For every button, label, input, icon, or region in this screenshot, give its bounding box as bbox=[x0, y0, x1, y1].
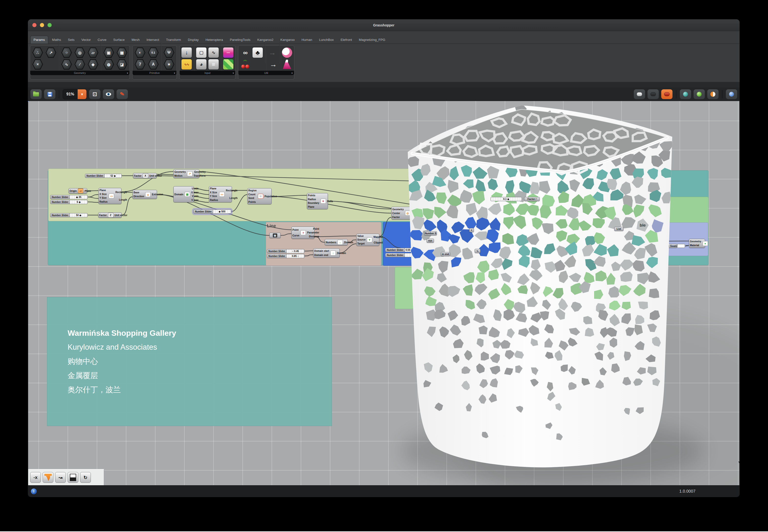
input-port[interactable]: Radius bbox=[210, 199, 218, 201]
path-icon[interactable]: Ψ bbox=[163, 47, 174, 58]
input-port[interactable]: Radius bbox=[99, 200, 107, 203]
preview-visibility-button[interactable] bbox=[103, 89, 114, 99]
fragment-close[interactable]: × bbox=[469, 228, 474, 232]
zoom-extents-button[interactable]: ⊡ bbox=[89, 89, 100, 99]
integer-icon[interactable]: 7 bbox=[134, 59, 146, 70]
import-icon[interactable]: ↓ bbox=[181, 47, 192, 58]
gh-node-extrusion[interactable]: BaseDirection▲Extrusion bbox=[132, 190, 157, 199]
menu-item-magnetizing_fpg[interactable]: Magnetizing_FPG bbox=[356, 36, 388, 44]
gh-node-slider-50[interactable]: Number Slider50 ◆ bbox=[50, 213, 88, 217]
input-port[interactable]: Factor bbox=[392, 216, 404, 219]
menu-item-lunchbox[interactable]: LunchBox bbox=[316, 36, 337, 44]
vector-icon[interactable]: ↗ bbox=[45, 47, 57, 58]
draw-fancy-wires-button[interactable] bbox=[707, 89, 719, 99]
definition-canvas[interactable]: Warmińska Shopping GalleryKurylowicz and… bbox=[28, 101, 739, 485]
output-port[interactable]: Extrusion bbox=[152, 193, 163, 196]
surface-icon[interactable]: ◈ bbox=[87, 59, 99, 70]
zoom-button[interactable] bbox=[47, 23, 52, 27]
glasses-icon[interactable]: ∞ bbox=[240, 47, 251, 58]
profiler-widget-button[interactable]: ↻ bbox=[80, 472, 91, 483]
gh-node-slider-35[interactable]: Number Slider◆ 35 bbox=[50, 195, 88, 199]
input-port[interactable]: Count bbox=[248, 193, 257, 196]
info-badge[interactable]: ! bbox=[31, 488, 37, 494]
menu-item-sets[interactable]: Sets bbox=[65, 36, 77, 44]
palette-expand-icon[interactable]: ▾ bbox=[233, 72, 234, 74]
menu-item-vector[interactable]: Vector bbox=[78, 36, 93, 44]
output-port[interactable]: V max bbox=[191, 199, 199, 201]
output-port[interactable]: Domain bbox=[337, 252, 346, 254]
menu-item-intersect[interactable]: Intersect bbox=[143, 36, 162, 44]
menu-item-maths[interactable]: Maths bbox=[49, 36, 64, 44]
spiral-icon[interactable]: ◎ bbox=[74, 47, 85, 58]
menu-item-panelingtools[interactable]: PanelingTools bbox=[227, 36, 254, 44]
gh-node-slider-055[interactable]: Number Slider0.55 ○ bbox=[385, 248, 413, 252]
gh-node-unit-z[interactable]: FactorZUnit vector bbox=[98, 212, 122, 218]
menu-item-human[interactable]: Human bbox=[299, 36, 315, 44]
selection-preview-button[interactable] bbox=[726, 89, 737, 99]
box-icon[interactable]: ▣ bbox=[103, 47, 114, 58]
input-port[interactable]: Seed bbox=[248, 197, 257, 199]
panel-widget-button[interactable] bbox=[68, 472, 78, 483]
paint-widget-button[interactable] bbox=[43, 472, 53, 483]
text-icon[interactable]: A bbox=[148, 59, 159, 70]
point-icon[interactable]: ∴ bbox=[32, 47, 43, 58]
output-port[interactable]: Population bbox=[265, 195, 277, 198]
menu-item-kangaroo[interactable]: Kangaroo bbox=[278, 36, 298, 44]
input-port[interactable]: Point bbox=[292, 229, 299, 231]
cylinder-icon[interactable]: ◍ bbox=[103, 59, 114, 70]
input-port[interactable]: Domain bbox=[174, 193, 183, 196]
input-port[interactable]: Origin bbox=[69, 190, 77, 192]
menu-item-display[interactable]: Display bbox=[185, 36, 202, 44]
relay-dark-icon[interactable]: → bbox=[267, 47, 278, 58]
knob-icon[interactable]: ◕ bbox=[196, 59, 207, 69]
fragment-graph-mapper[interactable]: ∿ bbox=[475, 249, 480, 253]
output-port[interactable]: Mapped bbox=[373, 236, 383, 238]
sketch-tool-button[interactable]: ✎ bbox=[116, 89, 128, 99]
output-port[interactable]: Unit vector bbox=[149, 174, 162, 177]
gh-node-colour-swatch[interactable]: Colour Swatch bbox=[663, 244, 677, 248]
output-port[interactable]: Transform bbox=[194, 174, 206, 177]
input-port[interactable]: Direction bbox=[133, 195, 144, 198]
output-port[interactable]: U max bbox=[191, 191, 199, 194]
colour-picker-icon[interactable] bbox=[223, 59, 234, 69]
input-port[interactable]: Geometry bbox=[174, 171, 186, 173]
data-icon[interactable]: ✶ bbox=[163, 59, 174, 70]
input-port[interactable]: Numbers bbox=[326, 241, 336, 244]
input-port[interactable]: Value bbox=[357, 235, 366, 237]
menu-item-params[interactable]: Params bbox=[30, 36, 48, 44]
input-port[interactable]: X Size bbox=[210, 191, 218, 194]
fragment-factor[interactable]: Factor / bbox=[524, 197, 540, 201]
gh-node-rectangle-1[interactable]: PlaneX SizeY SizeRadius▭RectangleLength bbox=[98, 188, 121, 204]
output-port[interactable]: Length bbox=[230, 197, 238, 199]
gh-node-rectangle-2[interactable]: PlaneX SizeY SizeRadius▭RectangleLength bbox=[209, 186, 232, 202]
gh-node-populate-2d[interactable]: RegionCountSeedPoints∷Population bbox=[247, 188, 272, 204]
input-port[interactable]: Domain end bbox=[314, 254, 329, 256]
data-dam-icon[interactable] bbox=[282, 47, 292, 58]
project-text-group[interactable]: Warmińska Shopping GalleryKurylowicz and… bbox=[47, 297, 332, 426]
output-port[interactable]: Geometry bbox=[194, 171, 206, 173]
fragment-slider[interactable]: 0.1 ◆ bbox=[490, 197, 522, 201]
close-button[interactable] bbox=[32, 23, 36, 27]
curve-icon[interactable]: ∿ bbox=[61, 59, 72, 70]
palette-expand-icon[interactable]: ▾ bbox=[127, 72, 128, 74]
slider-track[interactable]: ◆ 35 bbox=[70, 195, 88, 199]
slider-track[interactable] bbox=[405, 253, 413, 257]
input-port[interactable]: Geometry bbox=[392, 208, 404, 211]
fragment-domain-end[interactable]: in end bbox=[441, 252, 450, 256]
draw-icons-button[interactable] bbox=[694, 89, 705, 99]
line-icon[interactable]: ∕ bbox=[74, 59, 85, 70]
gh-node-slider-6[interactable]: Number Slider6 ◆ bbox=[50, 200, 88, 204]
output-port[interactable]: Transform bbox=[412, 215, 424, 218]
preview-shaded-button[interactable] bbox=[661, 89, 673, 99]
gh-node-custom-preview[interactable]: GeometryMaterial● bbox=[689, 239, 705, 248]
menu-item-surface[interactable]: Surface bbox=[110, 36, 128, 44]
input-port[interactable]: Geometry bbox=[690, 240, 701, 243]
output-port[interactable]: U min bbox=[192, 187, 199, 190]
input-port[interactable]: Radius bbox=[308, 198, 319, 201]
palette-expand-icon[interactable]: ▾ bbox=[292, 72, 293, 74]
input-port[interactable]: Y Size bbox=[210, 195, 218, 197]
number-icon[interactable]: 0.1 bbox=[148, 47, 159, 58]
gh-node-scale[interactable]: GeometryCenterFactor◎GeometryTransform bbox=[391, 207, 414, 220]
input-port[interactable]: Source bbox=[357, 238, 366, 241]
input-port[interactable]: Factor bbox=[134, 174, 141, 177]
